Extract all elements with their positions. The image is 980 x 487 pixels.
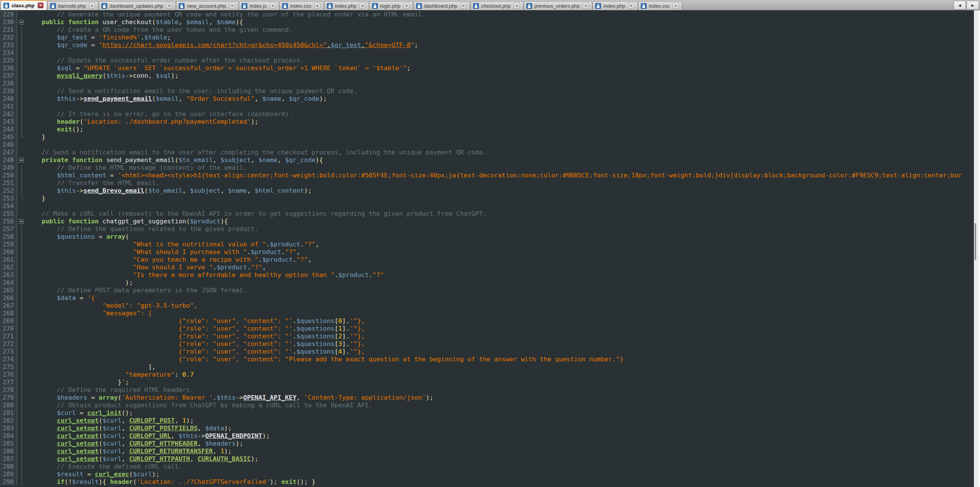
code-text[interactable]: ], [26,363,156,371]
code-text[interactable]: // Update the successful order number af… [26,57,304,64]
code-text[interactable]: {"role": "user", "content": "'.$question… [26,340,365,348]
code-text[interactable]: public function user_checkout($table, $e… [26,18,243,26]
tab-close-icon[interactable]: ✕ [89,3,95,9]
tab-scroll-left-icon[interactable]: ◀ [954,1,966,10]
line-number: 231 [0,26,17,34]
tab-close-icon[interactable]: ✕ [229,3,235,9]
code-text[interactable]: public function chatgpt_get_suggestion($… [26,218,228,225]
code-line: 249 // Define the HTML message (content)… [0,164,974,172]
code-text[interactable]: "temperature": 0.7 [26,371,194,379]
code-text[interactable]: "Is there a more affordable and healthy … [26,271,384,279]
code-text[interactable]: curl_setopt($curl, CURLOPT_POSTFIELDS, $… [26,425,232,432]
tab-close-icon[interactable]: ✕ [270,3,276,9]
code-text[interactable]: "Can you teach me a recipe with ".$produ… [26,256,312,264]
code-text[interactable]: // Define the HTML message (content) of … [26,164,247,172]
code-text[interactable]: {"role": "user", "content": "Please add … [26,356,624,363]
tab-index.php[interactable]: index.php✕ [324,1,369,10]
code-text[interactable]: "What is the nutritional value of ".$pro… [26,241,319,248]
tab-dashboard.php[interactable]: dashboard.php✕ [413,1,470,10]
code-text[interactable]: curl_setopt($curl, CURLOPT_POST, 1); [26,417,194,425]
tab-close-icon[interactable]: ✕ [314,3,320,9]
code-text[interactable]: $sql = "UPDATE `users` SET `successful_o… [26,64,410,72]
code-text[interactable]: $this->send_Brevo_email($to_email, $subj… [26,187,312,195]
code-text[interactable]: "How should I serve ".$product."?", [26,264,266,271]
tab-previous_orders.php[interactable]: previous_orders.php✕ [524,1,593,10]
tab-close-icon[interactable]: ✕ [514,3,520,9]
tab-new_account.php[interactable]: new_account.php✕ [176,1,238,10]
editor[interactable]: 229 // Generate the unique payment QR co… [0,10,974,487]
code-text[interactable]: "model": "gpt-3.5-turbo", [26,302,198,310]
code-text[interactable]: {"role": "user", "content": "'.$question… [26,333,365,340]
tab-close-icon[interactable]: ✕ [628,3,634,9]
tab-close-icon[interactable]: ✕ [673,3,679,9]
code-text[interactable]: $html_content = '<html><head><style>h1{t… [26,172,962,179]
code-text[interactable]: // Send a notification email to the user… [26,149,487,156]
tab-index.js[interactable]: index.js✕ [239,1,279,10]
code-text[interactable]: $data = '{ [26,294,95,302]
fold-collapse-icon[interactable] [17,218,26,225]
code-text[interactable]: header('Location: ./dashboard.php?paymen… [26,118,258,126]
tab-close-icon[interactable]: ✕ [583,3,589,9]
fold-margin [17,11,26,18]
code-text[interactable]: // Make a cURL call (request) to the Ope… [26,210,487,218]
save-icon [282,3,288,9]
tab-close-icon[interactable]: ✕ [166,3,172,9]
code-text[interactable]: {"role": "user", "content": "'.$question… [26,325,365,333]
fold-collapse-icon[interactable] [17,18,26,26]
code-text[interactable]: "messages": [ [26,310,152,317]
tab-close-icon[interactable]: ✕ [359,3,366,9]
code-text[interactable]: private function send_payment_email($to_… [26,156,323,164]
code-text[interactable]: ); [26,279,133,287]
tab-index.php[interactable]: index.php✕ [593,1,637,10]
vertical-scrollbar[interactable] [974,10,980,487]
tab-index.css[interactable]: index.css✕ [638,1,682,10]
tab-scroll-right-icon[interactable]: ▶ [967,1,979,10]
code-text[interactable]: curl_setopt($curl, CURLOPT_HTTPAUTH, CUR… [26,455,258,463]
code-text[interactable]: curl_setopt($curl, CURLOPT_URL, $this->O… [26,432,270,440]
tab-login.php[interactable]: login.php✕ [369,1,413,10]
code-text[interactable]: } [26,195,46,202]
code-text[interactable]: curl_setopt($curl, CURLOPT_RETURNTRANSFE… [26,448,232,455]
code-text[interactable]: exit(); [26,126,83,133]
code-text[interactable]: // Execute the defined cURL call. [26,463,182,471]
tab-dashboard_updates.php[interactable]: dashboard_updates.php✕ [99,1,176,10]
tab-index.css[interactable]: index.css✕ [279,1,323,10]
code-text[interactable]: // Define the questions related to the g… [26,225,258,233]
code-text[interactable]: // Obtain product suggestions from ChatG… [26,402,372,409]
code-text[interactable]: {"role": "user", "content": "'.$question… [26,348,365,356]
code-text[interactable]: "What should I purchase with ".$product.… [26,248,300,256]
code-text[interactable]: $qr_code = "https://chart.googleapis.com… [26,41,418,49]
code-text[interactable]: mysqli_query($this->conn, $sql); [26,72,178,80]
code-line: 284 curl_setopt($curl, CURLOPT_URL, $thi… [0,432,974,440]
tab-close-icon[interactable]: ✕ [38,2,44,8]
code-text[interactable]: {"role": "user", "content": "'.$question… [26,317,365,325]
code-line: 239 // Send a notification email to the … [0,87,974,95]
code-text[interactable]: // Create a QR code from the user token … [26,26,292,34]
fold-collapse-icon[interactable] [17,156,26,164]
code-text[interactable]: // Define POST data parameters in the JS… [26,287,247,294]
code-text[interactable]: curl_setopt($curl, CURLOPT_HTTPHEADER, $… [26,440,243,448]
code-text[interactable]: $this->send_payment_email($email, "Order… [26,95,327,103]
code-text[interactable]: } [26,133,46,141]
code-text[interactable]: }'; [26,379,129,386]
code-text[interactable]: $qr_text = 'finished%'.$table; [26,34,171,41]
tab-close-icon[interactable]: ✕ [461,3,467,9]
code-text[interactable]: // Transfer the HTML email. [26,179,160,187]
code-text[interactable]: if(!$result){ header('Location: ../?Chat… [26,478,315,486]
line-number: 254 [0,202,17,210]
code-text[interactable]: // Define the required HTML headers. [26,386,194,394]
scrollbar-thumb[interactable] [975,223,976,260]
code-text[interactable]: $questions = array( [26,233,129,241]
code-text[interactable]: // If there is no error, go to the user … [26,110,292,118]
tab-label: dashboard_updates.php [109,3,163,9]
line-number: 284 [0,432,17,440]
tab-class.php[interactable]: class.php✕ [1,0,47,10]
code-text[interactable]: $headers = array('Authorization: Bearer … [26,394,433,402]
code-text[interactable]: // Generate the unique payment QR code a… [26,11,426,18]
tab-checkout.php[interactable]: checkout.php✕ [470,1,523,10]
tab-close-icon[interactable]: ✕ [403,3,410,9]
code-text[interactable]: // Send a notification email to the user… [26,87,357,95]
tab-barcode.php[interactable]: barcode.php✕ [47,1,98,10]
code-text[interactable]: $curl = curl_init(); [26,409,133,417]
code-text[interactable]: $result = curl_exec($curl); [26,471,160,478]
